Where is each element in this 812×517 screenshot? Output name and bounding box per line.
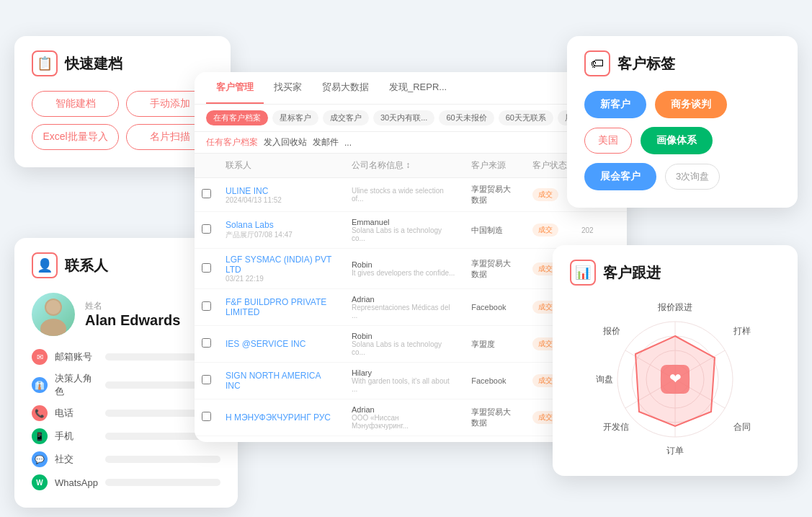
mobile-label: 手机 [55,430,98,443]
social-label: 社交 [55,453,98,466]
row-checkbox[interactable] [202,263,211,273]
contact-title: 联系人 [65,256,108,275]
row-source: 享盟贸易大数据 [464,178,525,212]
row-check[interactable] [195,399,218,436]
row-source: Facebook [464,363,525,399]
tab-customer-mgmt[interactable]: 客户管理 [206,72,264,104]
label-quote-followup: 报价跟进 [658,301,692,314]
contact-name: Robin [352,332,457,340]
label-sample: 打样 [733,325,751,337]
tab-discover[interactable]: 发现_REPR... [379,72,457,104]
row-check[interactable] [195,326,218,363]
row-check[interactable] [195,363,218,399]
contact-header: 👤 联系人 [32,252,220,278]
contact-name: Emmanuel [352,218,457,226]
status-badge: 成交 [532,224,558,237]
tab-find-buyer[interactable]: 找买家 [264,72,312,104]
table-row[interactable]: ULINE INC 2024/04/13 11:52 Uline stocks … [195,178,627,212]
filter-30d[interactable]: 30天内有联... [373,110,434,125]
whatsapp-label: WhatsApp [55,477,98,488]
contact-name: Hilary [352,368,457,377]
company-name[interactable]: Solana Labs [226,220,337,230]
filter-all-files[interactable]: 在有客户档案 [206,110,268,125]
svg-point-2 [46,300,61,314]
company-info: It gives developers the confide... [352,269,457,277]
whatsapp-value [105,479,220,486]
tags-row-3: 展会客户 3次询盘 [584,163,780,190]
tag-business-negotiation[interactable]: 商务谈判 [655,91,727,118]
company-name[interactable]: IES @SERVICE INC [226,339,337,349]
customer-followup-card: 📊 客户跟进 报价跟进 报价 询盘 开发信 订单 合同 打样 [553,245,798,476]
row-contact: IES @SERVICE INC [218,326,344,363]
company-name[interactable]: ULINE INC [226,186,337,196]
filter-starred[interactable]: 星标客户 [272,110,318,125]
row-check[interactable] [195,249,218,289]
contact-name: Adrian [352,405,457,414]
contact-name-value: Alan Edwards [85,312,180,329]
smart-archive-btn[interactable]: 智能建档 [32,91,119,117]
tag-new-customer[interactable]: 新客户 [584,91,646,118]
company-info: ООО «Ниссан Мэнуфэкчуринг... [352,414,457,430]
table-row[interactable]: Solana Labs 产品展厅07/08 14:47 Emmanuel Sol… [195,212,627,249]
company-name[interactable]: Н МЭНУФЭКЧУРИНГ РУС [226,412,337,423]
row-checkbox[interactable] [202,189,211,198]
excel-import-btn[interactable]: Excel批量导入 [32,124,119,150]
row-info: Adrian Representaciones Médicas del ... [344,289,464,326]
row-checkbox[interactable] [202,412,211,421]
company-sub: 2024/04/13 11:52 [226,196,337,204]
company-name[interactable]: F&F BUILDPRO PRIVATE LIMITED [226,297,337,317]
tags-grid: 新客户 商务谈判 美国 画像体系 展会客户 3次询盘 [584,91,780,190]
row-contact: ULINE INC 2024/04/13 11:52 [218,178,344,212]
svg-point-1 [40,319,66,336]
filter-closed[interactable]: 成交客户 [323,110,369,125]
row-checkbox[interactable] [202,338,211,348]
row-checkbox[interactable] [202,301,211,311]
field-role: 👔 决策人角色 [32,372,220,398]
quick-archive-header: 📋 快速建档 [32,50,213,76]
company-sub: 03/21 22:19 [226,275,337,283]
role-icon: 👔 [32,377,48,393]
contact-name-block: 姓名 Alan Edwards [85,300,180,329]
row-checkbox[interactable] [202,224,211,234]
phone-icon: 📞 [32,405,48,421]
row-contact: LGF SYSMAC (INDIA) PVT LTD 03/21 22:19 [218,249,344,289]
row-contact: Solana Labs 产品展厅07/08 14:47 [218,212,344,249]
followup-title: 客户跟进 [603,263,661,283]
radar-chart: 报价跟进 报价 询盘 开发信 订单 合同 打样 ❤ [596,300,754,459]
col-company: 公司名称信息 ↕ [344,154,464,178]
sub-filter-3[interactable]: 发邮件 [313,136,339,149]
tag-usa[interactable]: 美国 [584,128,632,154]
tag-portrait-system[interactable]: 画像体系 [641,127,713,154]
sub-filter-1[interactable]: 任有客户档案 [206,136,258,149]
row-info: Robin Solana Labs is a technology co... [344,326,464,363]
tags-icon: 🏷 [584,50,610,76]
label-contract: 合同 [733,421,751,433]
company-name[interactable]: SIGN NORTH AMERICA INC [226,371,337,391]
row-check[interactable] [195,212,218,249]
tab-trade-data[interactable]: 贸易大数据 [312,72,379,104]
filter-60d-quote[interactable]: 60天未报价 [439,110,494,125]
row-source: 享盟贸易大数据 [464,249,525,289]
row-source: 享盟贸易大数据 [464,399,525,436]
contact-avatar-row: 姓名 Alan Edwards [32,293,220,336]
tag-inquiry-count[interactable]: 3次询盘 [665,164,720,190]
followup-header: 📊 客户跟进 [570,260,780,286]
company-name[interactable]: LGF SYSMAC (INDIA) PVT LTD [226,255,337,275]
col-contact: 联系人 [218,154,344,178]
label-develop: 开发信 [603,421,629,433]
row-source: Facebook [464,436,525,443]
quick-archive-buttons: 智能建档 手动添加 Excel批量导入 名片扫描 [32,91,213,150]
tag-exhibition[interactable]: 展会客户 [584,163,656,190]
contact-icon: 👤 [32,252,58,278]
row-check[interactable] [195,178,218,212]
filter-60d-contact[interactable]: 60天无联系 [499,110,553,125]
row-check[interactable] [195,289,218,326]
col-check [195,154,218,178]
quick-archive-icon: 📋 [32,50,58,76]
phone-label: 电话 [55,407,98,420]
row-checkbox[interactable] [202,375,211,384]
sub-filter-more[interactable]: ... [344,138,352,148]
contact-field-list: ✉ 邮箱账号 👔 决策人角色 📞 电话 📱 手机 💬 社交 W WhatsApp [32,349,220,490]
sub-filter-2[interactable]: 发入回收站 [264,136,307,149]
radar-svg: ❤ [596,300,754,459]
